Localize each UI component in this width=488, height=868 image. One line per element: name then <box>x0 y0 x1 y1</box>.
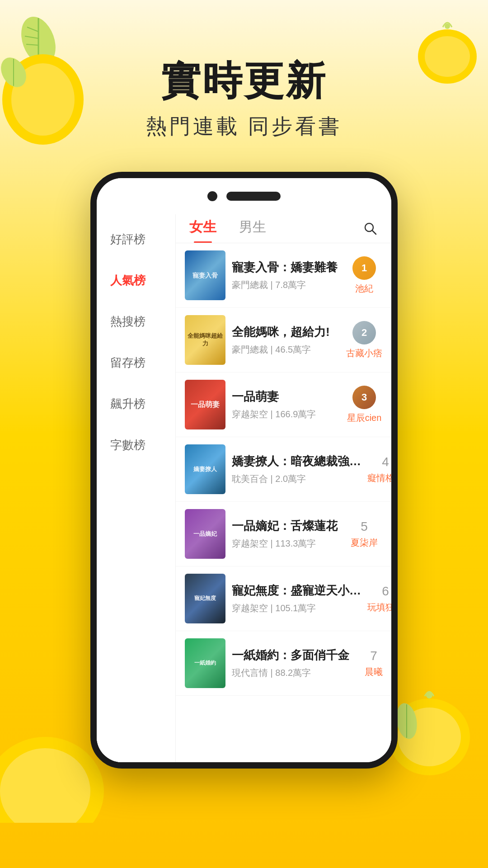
book-info-2: 全能媽咪，超給力! 豪門總裁 | 46.5萬字 <box>225 324 346 356</box>
book-title-4: 嬌妻撩人：暗夜總裁強… <box>232 453 361 469</box>
sidebar-item-word-count[interactable]: 字數榜 <box>97 425 175 466</box>
book-info-4: 嬌妻撩人：暗夜總裁強… 耽美百合 | 2.0萬字 <box>225 453 367 485</box>
phone-mockup: 好評榜 人氣榜 熱搜榜 留存榜 飆升榜 字數榜 女生 男生 <box>90 172 398 769</box>
book-title-6: 寵妃無度：盛寵逆天小… <box>232 583 361 599</box>
book-cover-5: 一品嫡妃 <box>185 509 225 559</box>
main-content: 女生 男生 寵妻入骨 寵妻入骨：嬌妻難養 <box>176 210 391 762</box>
book-cover-4: 嬌妻撩人 <box>185 444 225 494</box>
book-item-3[interactable]: 一品萌妻 一品萌妻 穿越架空 | 166.9萬字 3 星辰cien <box>176 373 391 437</box>
book-meta-2: 豪門總裁 | 46.5萬字 <box>232 344 340 356</box>
book-meta-3: 穿越架空 | 166.9萬字 <box>232 408 340 420</box>
book-author-3: 星辰cien <box>347 412 382 424</box>
book-item-7[interactable]: 一紙婚約 一紙婚約：多面俏千金 現代言情 | 88.2萬字 7 晨曦 <box>176 631 391 696</box>
book-title-5: 一品嫡妃：舌燦蓮花 <box>232 518 340 534</box>
book-author-7: 晨曦 <box>365 666 383 678</box>
phone-top-bar <box>97 178 391 214</box>
sidebar-item-bookmark[interactable]: 留存榜 <box>97 342 175 383</box>
book-cover-2: 全能媽咪超給力 <box>185 315 225 365</box>
tab-male[interactable]: 男生 <box>239 218 266 243</box>
book-info-3: 一品萌妻 穿越架空 | 166.9萬字 <box>225 389 346 420</box>
book-cover-3: 一品萌妻 <box>185 380 225 429</box>
book-cover-7: 一紙婚約 <box>185 638 225 688</box>
rank-num-7: 7 <box>370 649 377 663</box>
svg-line-4 <box>26 44 38 45</box>
book-title-3: 一品萌妻 <box>232 389 340 405</box>
rank-num-5: 5 <box>361 519 368 534</box>
book-list: 寵妻入骨 寵妻入骨：嬌妻難養 豪門總裁 | 7.8萬字 1 池紀 全能媽咪超給力 <box>176 243 391 696</box>
book-title-7: 一紙婚約：多面俏千金 <box>232 647 349 663</box>
book-author-6: 玩填狂人 <box>367 601 391 613</box>
svg-line-3 <box>25 36 38 38</box>
rank-badge-1: 1 <box>352 256 376 280</box>
sidebar-item-popular[interactable]: 人氣榜 <box>97 260 175 301</box>
sub-title: 熱門連載 同步看書 <box>0 113 488 141</box>
book-rank-4: 4 癡情格蘿 <box>367 455 391 484</box>
book-cover-6: 寵妃無度 <box>185 574 225 623</box>
book-title-2: 全能媽咪，超給力! <box>232 324 340 340</box>
book-item-5[interactable]: 一品嫡妃 一品嫡妃：舌燦蓮花 穿越架空 | 113.3萬字 5 夏柒岸 <box>176 502 391 566</box>
book-meta-1: 豪門總裁 | 7.8萬字 <box>232 279 340 291</box>
main-title: 實時更新 <box>0 54 488 108</box>
book-rank-2: 2 古藏小痞 <box>346 321 382 359</box>
book-item-4[interactable]: 嬌妻撩人 嬌妻撩人：暗夜總裁強… 耽美百合 | 2.0萬字 4 癡情格蘿 <box>176 437 391 502</box>
book-rank-6: 6 玩填狂人 <box>367 584 391 613</box>
book-meta-5: 穿越架空 | 113.3萬字 <box>232 538 340 550</box>
book-author-5: 夏柒岸 <box>351 537 378 549</box>
book-author-2: 古藏小痞 <box>346 347 382 359</box>
header-area: 實時更新 熱門連載 同步看書 <box>0 54 488 141</box>
book-meta-7: 現代言情 | 88.2萬字 <box>232 667 349 679</box>
book-meta-4: 耽美百合 | 2.0萬字 <box>232 473 361 485</box>
rank-badge-2: 2 <box>352 321 376 344</box>
book-cover-1: 寵妻入骨 <box>185 250 225 300</box>
rank-num-4: 4 <box>382 455 389 469</box>
svg-point-18 <box>0 748 90 823</box>
svg-point-12 <box>389 698 470 775</box>
book-title-1: 寵妻入骨：嬌妻難養 <box>232 259 340 275</box>
sidebar-item-rating[interactable]: 好評榜 <box>97 219 175 260</box>
svg-line-20 <box>372 231 376 234</box>
book-info-5: 一品嫡妃：舌燦蓮花 穿越架空 | 113.3萬字 <box>225 518 346 550</box>
svg-line-2 <box>27 27 38 32</box>
book-author-1: 池紀 <box>355 283 373 295</box>
book-rank-3: 3 星辰cien <box>346 386 382 424</box>
book-meta-6: 穿越架空 | 105.1萬字 <box>232 602 361 614</box>
svg-point-11 <box>445 24 450 29</box>
rank-num-6: 6 <box>382 584 389 599</box>
book-item-2[interactable]: 全能媽咪超給力 全能媽咪，超給力! 豪門總裁 | 46.5萬字 2 古藏小痞 <box>176 308 391 373</box>
tab-female[interactable]: 女生 <box>189 218 216 243</box>
book-item-6[interactable]: 寵妃無度 寵妃無度：盛寵逆天小… 穿越架空 | 105.1萬字 6 玩填狂人 <box>176 566 391 631</box>
book-item-1[interactable]: 寵妻入骨 寵妻入骨：嬌妻難養 豪門總裁 | 7.8萬字 1 池紀 <box>176 243 391 308</box>
book-author-4: 癡情格蘿 <box>367 472 391 484</box>
book-rank-1: 1 池紀 <box>346 256 382 295</box>
book-rank-7: 7 晨曦 <box>356 649 391 678</box>
earpiece-speaker <box>226 192 281 201</box>
book-info-6: 寵妃無度：盛寵逆天小… 穿越架空 | 105.1萬字 <box>225 583 367 614</box>
front-camera <box>207 191 217 201</box>
book-rank-5: 5 夏柒岸 <box>346 519 382 549</box>
svg-point-13 <box>398 708 461 766</box>
svg-point-17 <box>0 737 104 823</box>
tab-bar: 女生 男生 <box>176 210 391 243</box>
search-icon[interactable] <box>363 222 378 240</box>
sidebar-item-rising[interactable]: 飆升榜 <box>97 383 175 425</box>
book-info-7: 一紙婚約：多面俏千金 現代言情 | 88.2萬字 <box>225 647 356 679</box>
sidebar: 好評榜 人氣榜 熱搜榜 留存榜 飆升榜 字數榜 <box>97 210 176 762</box>
app-screen: 好評榜 人氣榜 熱搜榜 留存榜 飆升榜 字數榜 女生 男生 <box>97 210 391 762</box>
sidebar-item-hot-search[interactable]: 熱搜榜 <box>97 301 175 342</box>
svg-point-14 <box>426 692 432 698</box>
rank-badge-3: 3 <box>352 386 376 409</box>
book-info-1: 寵妻入骨：嬌妻難養 豪門總裁 | 7.8萬字 <box>225 259 346 291</box>
